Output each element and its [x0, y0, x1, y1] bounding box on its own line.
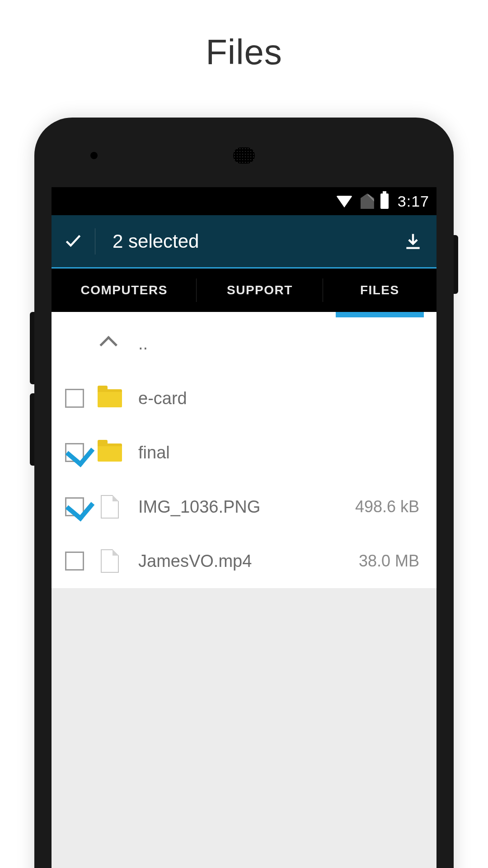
- tab-computers[interactable]: COMPUTERS: [52, 269, 197, 312]
- chevron-up-icon: [97, 330, 123, 357]
- phone-speaker: [233, 147, 255, 164]
- tab-label: FILES: [360, 283, 399, 297]
- item-name: JamesVO.mp4: [138, 552, 359, 571]
- item-name: final: [138, 443, 419, 462]
- item-name: IMG_1036.PNG: [138, 497, 355, 517]
- file-icon: [97, 548, 123, 574]
- file-list: .. e-card final IMG_1036.PNG: [52, 312, 436, 588]
- tab-label: COMPUTERS: [80, 283, 167, 297]
- tab-bar: COMPUTERS SUPPORT FILES: [52, 269, 436, 312]
- folder-icon: [97, 439, 123, 466]
- checkbox[interactable]: [65, 497, 84, 516]
- tab-files[interactable]: FILES: [323, 269, 436, 312]
- parent-dir-label: ..: [138, 334, 423, 354]
- file-icon: [97, 494, 123, 520]
- list-item[interactable]: JamesVO.mp4 38.0 MB: [52, 534, 436, 588]
- checkbox[interactable]: [65, 443, 84, 462]
- wifi-icon: [336, 192, 354, 210]
- parent-dir-row[interactable]: ..: [52, 316, 436, 371]
- tab-label: SUPPORT: [227, 283, 293, 297]
- selection-count-label: 2 selected: [95, 231, 389, 252]
- download-button[interactable]: [389, 215, 436, 267]
- phone-frame: 3:17 2 selected COMPUTERS SUPPORT: [34, 118, 454, 868]
- folder-icon: [97, 385, 123, 411]
- checkbox[interactable]: [65, 552, 84, 571]
- action-bar: 2 selected: [52, 215, 436, 269]
- list-item[interactable]: e-card: [52, 371, 436, 425]
- phone-power-button: [454, 235, 458, 294]
- status-clock: 3:17: [398, 193, 429, 210]
- tab-support[interactable]: SUPPORT: [197, 269, 323, 312]
- item-size: 498.6 kB: [355, 497, 423, 516]
- item-size: 38.0 MB: [359, 552, 423, 571]
- item-name: e-card: [138, 389, 419, 408]
- list-item[interactable]: IMG_1036.PNG 498.6 kB: [52, 480, 436, 534]
- no-sim-icon: [361, 193, 374, 209]
- screen: 3:17 2 selected COMPUTERS SUPPORT: [52, 187, 436, 868]
- phone-volume-up: [30, 312, 34, 384]
- battery-icon: [380, 193, 389, 209]
- status-bar: 3:17: [52, 187, 436, 215]
- checkbox[interactable]: [65, 389, 84, 408]
- phone-volume-down: [30, 393, 34, 466]
- done-button[interactable]: [52, 215, 95, 267]
- download-icon: [403, 231, 423, 251]
- page-title: Files: [0, 32, 488, 73]
- list-item[interactable]: final: [52, 425, 436, 480]
- check-icon: [63, 231, 83, 251]
